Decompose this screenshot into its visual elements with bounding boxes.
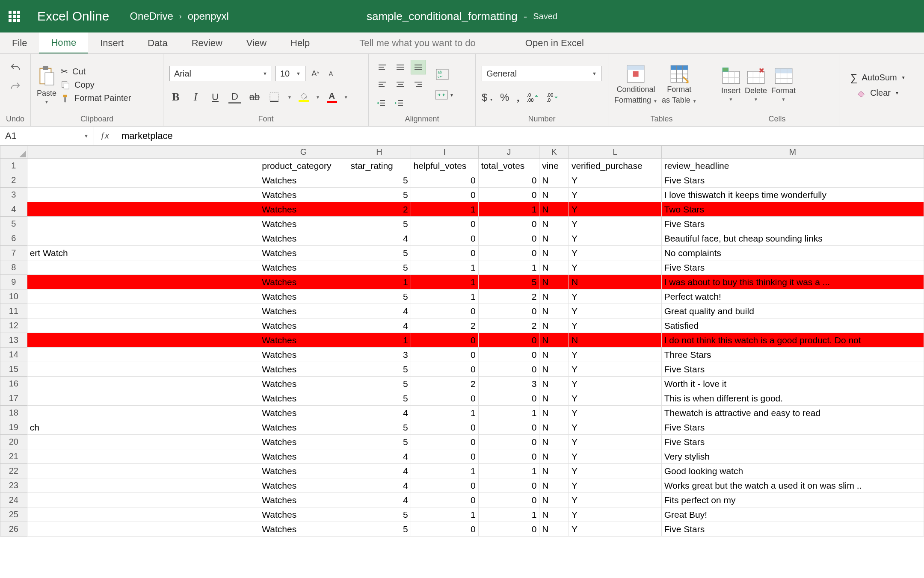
cell[interactable]: 5 bbox=[348, 391, 411, 406]
breadcrumb-onedrive[interactable]: OneDrive bbox=[130, 10, 173, 22]
row-header[interactable]: 16 bbox=[0, 377, 27, 391]
cell[interactable]: Five Stars bbox=[661, 217, 924, 231]
cell[interactable]: Perfect watch! bbox=[661, 289, 924, 304]
cell[interactable] bbox=[27, 435, 259, 449]
cell[interactable]: verified_purchase bbox=[569, 159, 661, 173]
cell[interactable]: Watches bbox=[259, 217, 348, 231]
cell[interactable]: Great quality and build bbox=[661, 304, 924, 318]
cell[interactable]: Y bbox=[569, 289, 661, 304]
tab-review[interactable]: Review bbox=[180, 32, 234, 53]
cell[interactable]: 4 bbox=[348, 493, 411, 507]
align-bottom-button[interactable] bbox=[411, 60, 426, 74]
cell[interactable] bbox=[27, 202, 259, 217]
cut-button[interactable]: ✂ Cut bbox=[61, 66, 131, 77]
fx-icon[interactable]: ƒx bbox=[94, 131, 116, 141]
cell[interactable]: N bbox=[539, 493, 569, 507]
row-header[interactable]: 8 bbox=[0, 260, 27, 275]
cell[interactable]: Watches bbox=[259, 391, 348, 406]
cell[interactable]: Y bbox=[569, 260, 661, 275]
cell[interactable]: 0 bbox=[478, 522, 539, 537]
cell[interactable]: Y bbox=[569, 391, 661, 406]
cell[interactable]: Very stylish bbox=[661, 449, 924, 464]
cell[interactable]: Watches bbox=[259, 464, 348, 478]
cell[interactable]: ch bbox=[27, 420, 259, 435]
cell[interactable] bbox=[27, 275, 259, 289]
comma-format-button[interactable]: , bbox=[517, 92, 519, 103]
cell[interactable]: Five Stars bbox=[661, 260, 924, 275]
align-top-button[interactable] bbox=[375, 60, 390, 74]
cell[interactable]: Satisfied bbox=[661, 318, 924, 333]
cell[interactable]: 5 bbox=[348, 188, 411, 202]
cell[interactable]: N bbox=[539, 333, 569, 348]
cell[interactable]: Watches bbox=[259, 260, 348, 275]
row-header[interactable]: 12 bbox=[0, 318, 27, 333]
cell[interactable]: Y bbox=[569, 173, 661, 188]
cell[interactable]: 1 bbox=[478, 507, 539, 522]
tab-help[interactable]: Help bbox=[278, 32, 322, 53]
cell[interactable] bbox=[27, 391, 259, 406]
cell[interactable]: 0 bbox=[411, 478, 478, 493]
align-right-button[interactable] bbox=[411, 77, 426, 91]
cell[interactable]: Y bbox=[569, 377, 661, 391]
cell[interactable]: 5 bbox=[348, 362, 411, 377]
cell[interactable]: Thewatch is attractive and easy to read bbox=[661, 406, 924, 420]
cell[interactable] bbox=[27, 173, 259, 188]
cell[interactable]: Y bbox=[569, 522, 661, 537]
cell[interactable]: 0 bbox=[478, 493, 539, 507]
cell[interactable]: 1 bbox=[411, 464, 478, 478]
cell[interactable]: 0 bbox=[478, 391, 539, 406]
cell[interactable]: helpful_votes bbox=[411, 159, 478, 173]
cell[interactable]: 0 bbox=[478, 420, 539, 435]
cell[interactable]: 0 bbox=[478, 435, 539, 449]
cell[interactable]: Y bbox=[569, 478, 661, 493]
cell[interactable]: Y bbox=[569, 188, 661, 202]
cell[interactable]: 1 bbox=[348, 275, 411, 289]
cell[interactable] bbox=[27, 522, 259, 537]
cell[interactable]: Watches bbox=[259, 304, 348, 318]
cell[interactable]: Watches bbox=[259, 435, 348, 449]
row-header[interactable]: 15 bbox=[0, 362, 27, 377]
cell[interactable]: Watches bbox=[259, 289, 348, 304]
cell[interactable]: 3 bbox=[478, 377, 539, 391]
cell[interactable]: Watches bbox=[259, 478, 348, 493]
cell[interactable]: Five Stars bbox=[661, 435, 924, 449]
cell[interactable]: 0 bbox=[411, 493, 478, 507]
cell[interactable]: N bbox=[539, 478, 569, 493]
cell[interactable]: Watches bbox=[259, 507, 348, 522]
cell[interactable]: No complaints bbox=[661, 246, 924, 260]
cell[interactable]: Y bbox=[569, 318, 661, 333]
align-middle-button[interactable] bbox=[393, 60, 408, 74]
column-header[interactable]: J bbox=[478, 146, 539, 159]
cell[interactable]: 5 bbox=[348, 507, 411, 522]
double-underline-button[interactable]: D bbox=[228, 91, 241, 103]
cell[interactable] bbox=[27, 362, 259, 377]
cell[interactable]: Watches bbox=[259, 348, 348, 362]
row-header[interactable]: 14 bbox=[0, 348, 27, 362]
cell[interactable]: 1 bbox=[411, 507, 478, 522]
cell[interactable]: Y bbox=[569, 362, 661, 377]
cell[interactable] bbox=[27, 159, 259, 173]
tab-home[interactable]: Home bbox=[39, 32, 88, 53]
cell[interactable]: N bbox=[539, 188, 569, 202]
cell[interactable]: 5 bbox=[348, 217, 411, 231]
cell[interactable]: N bbox=[539, 217, 569, 231]
borders-button[interactable] bbox=[268, 91, 281, 103]
cell[interactable]: Watches bbox=[259, 377, 348, 391]
name-box[interactable]: A1 ▼ bbox=[0, 127, 94, 145]
cell[interactable]: 0 bbox=[478, 449, 539, 464]
cell[interactable] bbox=[27, 333, 259, 348]
cell[interactable]: Five Stars bbox=[661, 522, 924, 537]
column-header[interactable] bbox=[27, 146, 259, 159]
cell[interactable]: ert Watch bbox=[27, 246, 259, 260]
cell[interactable]: Y bbox=[569, 406, 661, 420]
open-in-excel[interactable]: Open in Excel bbox=[513, 32, 596, 53]
cell[interactable]: 5 bbox=[348, 260, 411, 275]
decrease-decimal-button[interactable]: .00.0 bbox=[547, 92, 559, 103]
column-header[interactable]: G bbox=[259, 146, 348, 159]
cell[interactable]: 0 bbox=[411, 348, 478, 362]
align-left-button[interactable] bbox=[375, 77, 390, 91]
cell[interactable]: N bbox=[539, 464, 569, 478]
cell[interactable]: 0 bbox=[411, 449, 478, 464]
cell[interactable]: N bbox=[539, 304, 569, 318]
cell[interactable]: 0 bbox=[411, 391, 478, 406]
